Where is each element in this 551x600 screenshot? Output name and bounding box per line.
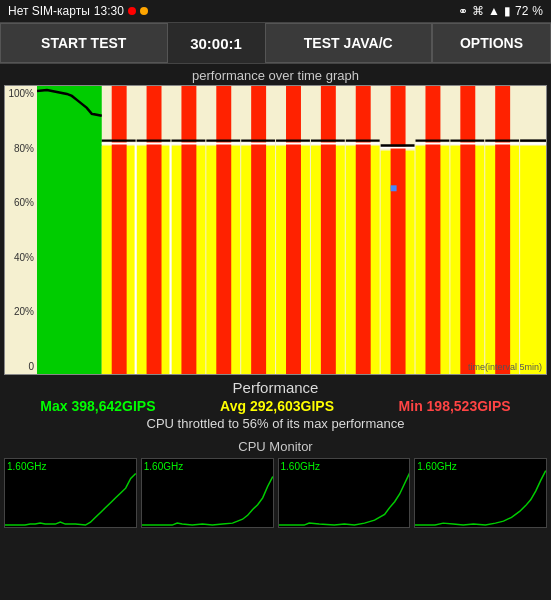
svg-rect-19 xyxy=(391,86,406,374)
chart-title: performance over time graph xyxy=(4,66,547,85)
battery-percent: 72 xyxy=(515,4,528,18)
status-left: Нет SIM-карты 13:30 xyxy=(8,4,148,18)
svg-rect-26 xyxy=(495,86,510,374)
carrier-label: Нет SIM-карты xyxy=(8,4,90,18)
svg-rect-22 xyxy=(425,86,440,374)
y-axis-labels: 100% 80% 60% 40% 20% 0 xyxy=(5,86,37,374)
y-label-100: 100% xyxy=(5,88,37,99)
performance-numbers: Max 398,642GIPS Avg 292,603GIPS Min 198,… xyxy=(8,398,543,414)
svg-rect-9 xyxy=(216,86,231,374)
cpu-core-2: 1.60GHz xyxy=(141,458,274,528)
svg-rect-24 xyxy=(460,86,475,374)
bluetooth-icon: ⚭ xyxy=(458,4,468,18)
cpu-core-3-freq: 1.60GHz xyxy=(281,461,320,472)
svg-rect-17 xyxy=(356,86,371,374)
cpu-core-3: 1.60GHz xyxy=(278,458,411,528)
svg-rect-27 xyxy=(520,146,546,374)
orange-indicator xyxy=(140,7,148,15)
status-bar: Нет SIM-карты 13:30 ⚭ ⌘ ▲ ▮ 72% xyxy=(0,0,551,22)
status-right: ⚭ ⌘ ▲ ▮ 72% xyxy=(458,4,543,18)
cpu-core-1: 1.60GHz xyxy=(4,458,137,528)
y-label-20: 20% xyxy=(5,306,37,317)
signal-icon: ▲ xyxy=(488,4,500,18)
performance-stats: Performance Max 398,642GIPS Avg 292,603G… xyxy=(0,375,551,435)
cpu-core-4: 1.60GHz xyxy=(414,458,547,528)
performance-graph xyxy=(37,86,546,374)
options-button[interactable]: OPTIONS xyxy=(432,23,551,63)
time-label: 13:30 xyxy=(94,4,124,18)
time-interval-label: time(interval 5min) xyxy=(468,362,542,372)
chart-area: 100% 80% 60% 40% 20% 0 xyxy=(4,85,547,375)
start-test-button[interactable]: START TEST xyxy=(0,23,168,63)
svg-rect-11 xyxy=(251,86,266,374)
svg-rect-3 xyxy=(112,86,127,374)
cpu-core-2-freq: 1.60GHz xyxy=(144,461,183,472)
min-gips: Min 198,523GIPS xyxy=(399,398,511,414)
cpu-graphs-container: 1.60GHz 1.60GHz 1.60GHz 1.60GHz xyxy=(4,458,547,528)
y-label-0: 0 xyxy=(5,361,37,372)
svg-rect-5 xyxy=(147,86,162,374)
toolbar: START TEST 30:00:1 TEST JAVA/C OPTIONS xyxy=(0,22,551,64)
svg-rect-7 xyxy=(181,86,196,374)
cpu-core-1-freq: 1.60GHz xyxy=(7,461,46,472)
cpu-monitor-title: CPU Monitor xyxy=(4,439,547,454)
performance-title: Performance xyxy=(8,379,543,396)
avg-gips: Avg 292,603GIPS xyxy=(220,398,334,414)
chart-container: performance over time graph 100% 80% 60%… xyxy=(0,64,551,375)
svg-rect-1 xyxy=(37,86,102,374)
max-gips: Max 398,642GIPS xyxy=(40,398,155,414)
svg-rect-13 xyxy=(286,86,301,374)
red-indicator xyxy=(128,7,136,15)
svg-rect-20 xyxy=(391,185,397,191)
y-label-60: 60% xyxy=(5,197,37,208)
wifi-icon: ⌘ xyxy=(472,4,484,18)
svg-rect-15 xyxy=(321,86,336,374)
timer-display: 30:00:1 xyxy=(168,35,265,52)
battery-label: ▮ xyxy=(504,4,511,18)
y-label-80: 80% xyxy=(5,143,37,154)
y-label-40: 40% xyxy=(5,252,37,263)
test-java-button[interactable]: TEST JAVA/C xyxy=(265,23,433,63)
cpu-core-4-freq: 1.60GHz xyxy=(417,461,456,472)
cpu-monitor: CPU Monitor 1.60GHz 1.60GHz 1.60GHz xyxy=(0,435,551,528)
throttle-label: CPU throttled to 56% of its max performa… xyxy=(8,416,543,431)
